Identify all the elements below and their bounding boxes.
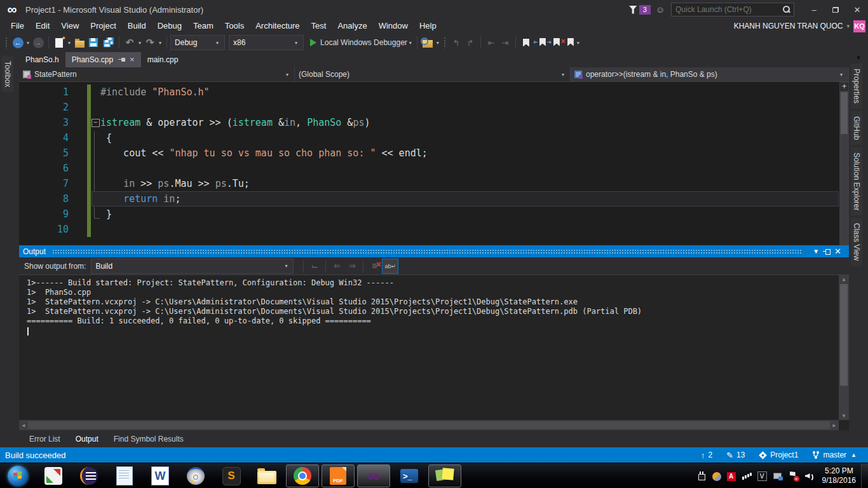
output-content[interactable]: 1>------ Build started: Project: StatePa… — [19, 275, 849, 430]
navigate-forward-button[interactable]: → — [31, 35, 45, 50]
start-dropdown-caret[interactable]: ▾ — [407, 40, 414, 46]
panel-tab-find-symbol-results[interactable]: Find Symbol Results — [107, 433, 190, 445]
tool-tab-properties[interactable]: Properties — [851, 64, 862, 109]
tool-tab-toolbox[interactable]: Toolbox — [2, 56, 13, 92]
taskbar-word-button[interactable]: W — [144, 464, 177, 487]
quick-launch-input[interactable] — [672, 5, 782, 14]
taskbar-screen-capture-button[interactable] — [37, 464, 70, 487]
tab-list-caret[interactable]: ▼ — [849, 55, 868, 61]
back-dropdown-caret[interactable]: ▾ — [25, 40, 31, 46]
taskbar-visual-studio-button[interactable]: ∞ — [357, 464, 390, 487]
scope-dropdown[interactable]: (Global Scope) ▾ — [295, 67, 571, 81]
menu-tools[interactable]: Tools — [219, 19, 250, 33]
tab-phanso-cpp[interactable]: PhanSo.cpp× — [65, 52, 141, 67]
panel-tab-output[interactable]: Output — [69, 433, 105, 445]
solution-platform-dropdown[interactable]: x86 ▾ — [229, 35, 304, 50]
chevron-down-icon[interactable]: ▾ — [846, 23, 850, 29]
output-title-bar[interactable]: Output ▼ ✕ — [19, 245, 849, 257]
code-line-8[interactable]: 8 return in; — [19, 191, 849, 207]
tool-tab-class-view[interactable]: Class View — [851, 218, 862, 266]
tray-network-icon[interactable] — [773, 471, 783, 481]
close-panel-icon[interactable]: ✕ — [831, 247, 845, 256]
scrollbar-thumb[interactable] — [28, 421, 830, 429]
menu-test[interactable]: Test — [306, 19, 332, 33]
notification-count-badge[interactable]: 3 — [639, 5, 651, 15]
taskbar-clock[interactable]: 5:20 PM 9/18/2016 — [817, 466, 861, 485]
auto-hide-pin-icon[interactable] — [823, 248, 831, 254]
branch-button[interactable]: master ▲ — [812, 451, 857, 459]
clear-all-button[interactable]: ≣ — [367, 259, 382, 273]
menu-project[interactable]: Project — [85, 19, 121, 33]
code-line-10[interactable]: 10 — [19, 222, 849, 237]
code-line-9[interactable]: 9 } — [19, 207, 849, 222]
taskbar-notepad-button[interactable] — [108, 464, 141, 487]
menu-team[interactable]: Team — [187, 19, 219, 33]
output-source-dropdown[interactable]: Build ▾ — [91, 259, 294, 274]
search-icon[interactable] — [782, 5, 790, 14]
tray-plug-icon[interactable] — [696, 471, 707, 481]
taskbar-powershell-button[interactable]: >_ — [393, 464, 426, 487]
taskbar-chrome-button[interactable] — [286, 464, 319, 487]
taskbar-sticky-notes-button[interactable] — [428, 464, 461, 487]
find-message-button[interactable]: ⌙ — [307, 259, 322, 273]
menu-file[interactable]: File — [5, 19, 30, 33]
minimize-button[interactable]: – — [803, 2, 825, 17]
tray-volume-icon[interactable] — [804, 471, 815, 481]
code-line-3[interactable]: 3−istream & operator >> (istream &in, Ph… — [19, 115, 849, 130]
project-dropdown[interactable]: StatePattern ▾ — [19, 67, 295, 81]
menu-view[interactable]: View — [55, 19, 85, 33]
panel-tab-error-list[interactable]: Error List — [23, 433, 67, 445]
tray-vitalsource-icon[interactable] — [757, 471, 767, 481]
navigate-back-button[interactable]: ← — [11, 35, 25, 50]
code-line-4[interactable]: 4 { — [19, 130, 849, 146]
open-file-button[interactable] — [72, 35, 86, 50]
account-area[interactable]: KHANH NGUYEN TRAN QUOC ▾ KQ — [734, 20, 868, 32]
pending-edits-button[interactable]: ✎ 13 — [726, 451, 745, 460]
menu-edit[interactable]: Edit — [30, 19, 55, 33]
redo-dropdown-caret[interactable]: ▾ — [157, 40, 163, 46]
taskbar-sublime-text-button[interactable]: S — [215, 464, 248, 487]
code-line-7[interactable]: 7 in >> ps.Mau >> ps.Tu; — [19, 176, 849, 191]
feedback-icon[interactable]: ☺ — [656, 4, 665, 15]
tool-tab-solution-explorer[interactable]: Solution Explorer — [851, 147, 862, 215]
code-editor[interactable]: 1#include "PhanSo.h"23−istream & operato… — [19, 82, 849, 245]
new-project-button[interactable] — [52, 35, 66, 50]
menu-build[interactable]: Build — [122, 19, 152, 33]
toggle-bookmark-button[interactable] — [519, 35, 533, 50]
solution-configuration-dropdown[interactable]: Debug ▾ — [170, 35, 225, 50]
output-horizontal-scrollbar[interactable]: ◀ ▶ — [19, 420, 839, 430]
toolbar-grip[interactable] — [444, 37, 447, 48]
quick-launch-box[interactable] — [671, 3, 794, 17]
uncomment-button[interactable]: ↱ — [463, 35, 477, 50]
scroll-right-arrow[interactable]: ▶ — [830, 420, 839, 430]
notifications-icon[interactable] — [629, 6, 637, 14]
outgoing-commits-button[interactable]: ↑ 2 — [701, 451, 712, 460]
taskbar-start-button-button[interactable] — [1, 464, 34, 487]
toolbar-grip[interactable] — [5, 37, 8, 48]
tray-signal-icon[interactable] — [742, 471, 752, 481]
save-all-button[interactable] — [100, 35, 116, 50]
comment-button[interactable]: ↰ — [449, 35, 463, 50]
find-dropdown-caret[interactable]: ▾ — [435, 40, 441, 46]
menu-help[interactable]: Help — [414, 19, 442, 33]
panel-drag-grip[interactable] — [52, 249, 803, 254]
collapse-region-icon[interactable]: − — [92, 119, 100, 127]
menu-debug[interactable]: Debug — [152, 19, 187, 33]
avatar[interactable]: KQ — [853, 20, 865, 32]
redo-button[interactable]: ↷ — [143, 35, 157, 50]
toggle-word-wrap-button[interactable]: ab↵ — [382, 259, 398, 274]
output-vertical-scrollbar[interactable]: ▲ ▼ — [839, 275, 849, 420]
taskbar-file-explorer-button[interactable] — [250, 464, 283, 487]
next-bookmark-button[interactable] — [547, 35, 561, 50]
start-debugging-button[interactable]: Local Windows Debugger — [304, 35, 407, 50]
scroll-up-arrow[interactable]: ▲ — [839, 276, 849, 282]
undo-dropdown-caret[interactable]: ▾ — [137, 40, 143, 46]
taskbar-eclipse-button[interactable] — [72, 464, 105, 487]
find-in-files-button[interactable] — [421, 35, 435, 50]
scrollbar-thumb[interactable] — [840, 284, 848, 386]
member-dropdown[interactable]: operator>>(istream & in, PhanSo & ps) ▾ — [571, 67, 849, 81]
clear-bookmarks-button[interactable] — [561, 35, 575, 50]
tab-main-cpp[interactable]: main.cpp — [141, 52, 185, 67]
save-button[interactable] — [86, 35, 100, 50]
scroll-left-arrow[interactable]: ◀ — [19, 420, 28, 430]
